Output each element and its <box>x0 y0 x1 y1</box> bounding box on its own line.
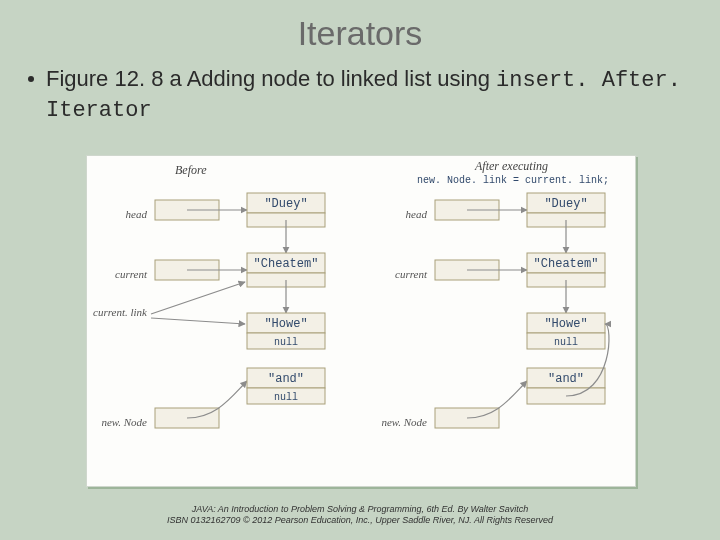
val-howe-right: "Howe" <box>544 317 587 331</box>
after-code: new. Node. link = current. link; <box>417 175 609 186</box>
bullet-prefix: Figure 12. 8 a Adding node to linked lis… <box>46 66 496 91</box>
val-null1-right: null <box>554 337 578 348</box>
credit: JAVA: An Introduction to Problem Solving… <box>0 504 720 527</box>
bullet-text: Figure 12. 8 a Adding node to linked lis… <box>46 65 692 124</box>
val-duey-right: "Duey" <box>544 197 587 211</box>
diagram-svg: Before head "Duey" current "Cheatem" cur… <box>87 156 635 486</box>
label-currentlink-left: current. link <box>93 306 148 318</box>
slide-title: Iterators <box>0 0 720 53</box>
label-current-left: current <box>115 268 148 280</box>
val-and-right: "and" <box>548 372 584 386</box>
val-null1-left: null <box>274 337 298 348</box>
val-duey-left: "Duey" <box>264 197 307 211</box>
figure-panel: Before head "Duey" current "Cheatem" cur… <box>86 155 636 487</box>
credit-line1: JAVA: An Introduction to Problem Solving… <box>0 504 720 515</box>
after-header: After executing <box>474 159 548 173</box>
val-howe-left: "Howe" <box>264 317 307 331</box>
val-and-left: "and" <box>268 372 304 386</box>
label-newnode-left: new. Node <box>101 416 147 428</box>
val-cheatem-left: "Cheatem" <box>254 257 319 271</box>
arrow-cl-to-howe-left <box>151 318 245 324</box>
val-cheatem-right: "Cheatem" <box>534 257 599 271</box>
before-header: Before <box>175 163 207 177</box>
label-head-left: head <box>126 208 148 220</box>
arrow-cl-to-linkbox-left <box>151 282 245 314</box>
label-current-right: current <box>395 268 428 280</box>
val-null2-left: null <box>274 392 298 403</box>
label-head-right: head <box>406 208 428 220</box>
credit-line2: ISBN 0132162709 © 2012 Pearson Education… <box>0 515 720 526</box>
bullet-dot-icon <box>28 76 34 82</box>
slide: Iterators Figure 12. 8 a Adding node to … <box>0 0 720 540</box>
label-newnode-right: new. Node <box>381 416 427 428</box>
bullet: Figure 12. 8 a Adding node to linked lis… <box>28 65 692 124</box>
